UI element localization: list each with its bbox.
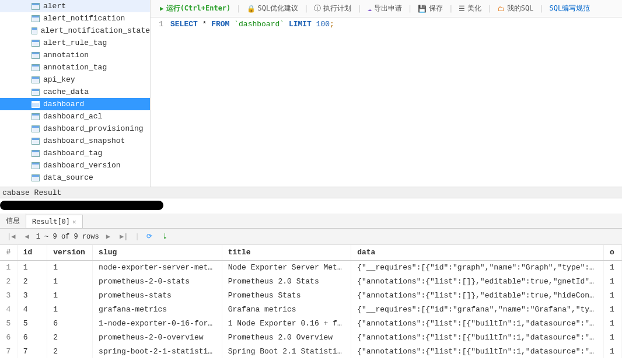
cell[interactable]: {"__requires":[{"id":"grafana","name":"G… — [351, 302, 604, 316]
cell[interactable]: 6 — [0, 330, 17, 344]
cell[interactable]: Node Exporter Server Metrics — [222, 260, 351, 274]
cell[interactable]: 1 — [604, 344, 622, 358]
column-header-id[interactable]: id — [17, 245, 47, 260]
column-header-rownum[interactable]: # — [0, 245, 17, 260]
cell[interactable]: 7 — [17, 344, 47, 358]
table-tree[interactable]: alertalert_notificationalert_notificatio… — [0, 0, 151, 187]
cell[interactable]: 1 — [47, 274, 93, 288]
cell[interactable]: Prometheus 2.0 Stats — [222, 274, 351, 288]
table-item-annotation[interactable]: annotation — [0, 49, 150, 61]
cell[interactable]: prometheus-2-0-stats — [93, 274, 222, 288]
close-icon[interactable]: × — [72, 218, 76, 226]
cell[interactable]: 2 — [47, 344, 93, 358]
cell[interactable]: 1 — [17, 260, 47, 274]
cell[interactable]: 4 — [17, 302, 47, 316]
table-item-api_key[interactable]: api_key — [0, 74, 150, 86]
pager-first-button[interactable]: |◀ — [5, 232, 18, 241]
my-sql-button[interactable]: 🗀 我的SQL — [493, 2, 539, 15]
cell[interactable]: 1 — [47, 288, 93, 302]
result-grid[interactable]: #idversionslugtitledatao 111node-exporte… — [0, 245, 622, 364]
cell[interactable]: grafana-metrics — [93, 302, 222, 316]
sql-spec-link[interactable]: SQL编写规范 — [545, 2, 595, 15]
table-row[interactable]: 111node-exporter-server-metricsNode Expo… — [0, 260, 622, 274]
cell[interactable]: prometheus-2-0-overview — [93, 330, 222, 344]
column-header-title[interactable]: title — [222, 245, 351, 260]
pager-prev-button[interactable]: ◀ — [22, 232, 31, 241]
cell[interactable]: 4 — [0, 302, 17, 316]
cell[interactable]: 1 Node Exporter 0.16 + for P… — [222, 316, 351, 330]
table-item-cache_data[interactable]: cache_data — [0, 86, 150, 98]
cell[interactable]: 2 — [0, 274, 17, 288]
code-line[interactable]: SELECT * FROM `dashboard` LIMIT 100; — [168, 20, 334, 187]
table-item-dashboard_provisioning[interactable]: dashboard_provisioning — [0, 123, 150, 135]
cell[interactable]: 1 — [0, 260, 17, 274]
pager-next-button[interactable]: ▶ — [104, 232, 113, 241]
cell[interactable]: {"annotations":{"list":[{"builtIn":1,"da… — [351, 330, 604, 344]
cell[interactable]: Spring Boot 2.1 Statistics — [222, 344, 351, 358]
cell[interactable]: spring-boot-2-1-statistics — [93, 344, 222, 358]
pager-last-button[interactable]: ▶| — [117, 232, 130, 241]
cell[interactable]: 5 — [0, 316, 17, 330]
table-item-dashboard_tag[interactable]: dashboard_tag — [0, 147, 150, 159]
table-row[interactable]: 772spring-boot-2-1-statisticsSpring Boot… — [0, 344, 622, 358]
column-header-version[interactable]: version — [47, 245, 93, 260]
column-header-o[interactable]: o — [604, 245, 622, 260]
cell[interactable]: 1 — [604, 330, 622, 344]
cell[interactable]: 1 — [604, 288, 622, 302]
cell[interactable]: 3 — [0, 288, 17, 302]
tab-info[interactable]: 信息 — [0, 213, 26, 228]
cell[interactable]: 1 — [47, 260, 93, 274]
cell[interactable]: 6 — [17, 330, 47, 344]
cell[interactable]: 2 — [17, 274, 47, 288]
cell[interactable]: {"annotations":{"list":[]},"editable":tr… — [351, 274, 604, 288]
table-item-alert_notification[interactable]: alert_notification — [0, 12, 150, 24]
table-item-dashboard_version[interactable]: dashboard_version — [0, 159, 150, 172]
cell[interactable]: prometheus-stats — [93, 288, 222, 302]
column-header-data[interactable]: data — [351, 245, 604, 260]
cell[interactable]: 3 — [17, 288, 47, 302]
cell[interactable]: 1 — [604, 316, 622, 330]
folder-icon: 🗀 — [498, 5, 505, 13]
cell[interactable]: {"annotations":{"list":[]},"editable":tr… — [351, 288, 604, 302]
cell[interactable]: Prometheus Stats — [222, 288, 351, 302]
sql-editor[interactable]: 1 SELECT * FROM `dashboard` LIMIT 100; — [151, 18, 622, 187]
cell[interactable]: 1 — [604, 274, 622, 288]
cell[interactable]: 7 — [0, 344, 17, 358]
cell[interactable]: 5 — [17, 316, 47, 330]
column-header-slug[interactable]: slug — [93, 245, 222, 260]
cell[interactable]: 1 — [47, 302, 93, 316]
cell[interactable]: 6 — [47, 316, 93, 330]
table-item-dashboard_snapshot[interactable]: dashboard_snapshot — [0, 135, 150, 147]
table-row[interactable]: 662prometheus-2-0-overviewPrometheus 2.0… — [0, 330, 622, 344]
cell[interactable]: 1 — [604, 260, 622, 274]
download-button[interactable]: ⭳ — [159, 232, 171, 241]
run-button[interactable]: ▶ 运行(Ctrl+Enter) — [155, 2, 235, 15]
export-apply-button[interactable]: ☁ 导出申请 — [363, 2, 407, 15]
table-row[interactable]: 331prometheus-statsPrometheus Stats{"ann… — [0, 288, 622, 302]
cell[interactable]: Grafana metrics — [222, 302, 351, 316]
exec-plan-button[interactable]: ⓘ 执行计划 — [309, 2, 356, 15]
table-item-alert[interactable]: alert — [0, 0, 150, 12]
beautify-button[interactable]: ☰ 美化 — [454, 2, 486, 15]
cell[interactable]: {"__requires":[{"id":"graph","name":"Gra… — [351, 260, 604, 274]
cell[interactable]: 2 — [47, 330, 93, 344]
table-item-alert_notification_state[interactable]: alert_notification_state — [0, 24, 150, 37]
table-row[interactable]: 441grafana-metricsGrafana metrics{"__req… — [0, 302, 622, 316]
cell[interactable]: {"annotations":{"list":[{"builtIn":1,"da… — [351, 316, 604, 330]
refresh-button[interactable]: ⟳ — [144, 232, 155, 241]
table-row[interactable]: 221prometheus-2-0-statsPrometheus 2.0 St… — [0, 274, 622, 288]
sql-suggestion-button[interactable]: 🔒 SQL优化建议 — [242, 2, 303, 15]
cell[interactable]: node-exporter-server-metrics — [93, 260, 222, 274]
cell[interactable]: 1-node-exporter-0-16-for-pro… — [93, 316, 222, 330]
table-item-dashboard_acl[interactable]: dashboard_acl — [0, 110, 150, 123]
table-item-dashboard[interactable]: dashboard — [0, 98, 150, 110]
cell[interactable]: Prometheus 2.0 Overview — [222, 330, 351, 344]
table-item-annotation_tag[interactable]: annotation_tag — [0, 61, 150, 74]
table-row[interactable]: 5561-node-exporter-0-16-for-pro…1 Node E… — [0, 316, 622, 330]
cell[interactable]: {"annotations":{"list":[{"builtIn":1,"da… — [351, 344, 604, 358]
table-item-data_source[interactable]: data_source — [0, 172, 150, 184]
table-item-alert_rule_tag[interactable]: alert_rule_tag — [0, 37, 150, 49]
cell[interactable]: 1 — [604, 302, 622, 316]
save-button[interactable]: 💾 保存 — [413, 2, 448, 15]
tab-result[interactable]: Result[0] × — [26, 215, 83, 228]
